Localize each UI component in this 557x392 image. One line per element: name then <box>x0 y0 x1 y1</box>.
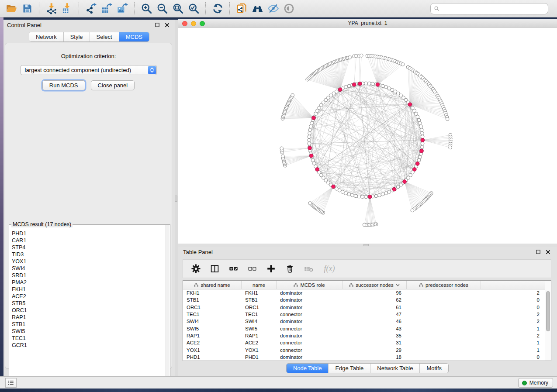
mcds-result-item[interactable]: YOX1 <box>12 258 166 265</box>
cell-successor[interactable]: 96 <box>343 290 407 296</box>
task-history-button[interactable] <box>5 378 17 388</box>
tab-mcds[interactable]: MCDS <box>119 32 149 41</box>
mcds-result-list[interactable]: PHD1CAR1STP4TID3YOX1SWI4SRD1PMA2FKH1ACE2… <box>10 227 166 385</box>
search-input[interactable] <box>430 3 548 14</box>
cell-shared_name[interactable]: SWI5 <box>183 326 242 331</box>
float-panel-icon[interactable] <box>155 22 160 28</box>
refresh-button[interactable] <box>210 2 225 16</box>
mcds-result-item[interactable]: GCR1 <box>12 342 166 349</box>
cell-predecessor[interactable]: 2 <box>407 319 545 324</box>
table-scrollbar-thumb[interactable] <box>546 291 550 331</box>
cell-name[interactable]: RAP1 <box>242 333 277 338</box>
table-row[interactable]: PHD1PHD1dominator180 <box>183 354 545 361</box>
mcds-result-item[interactable]: SRD1 <box>12 272 166 279</box>
tab-network-table[interactable]: Network Table <box>370 364 420 373</box>
cell-mcds_role[interactable]: dominator <box>277 333 343 338</box>
cell-predecessor[interactable]: 0 <box>407 354 545 360</box>
cell-mcds_role[interactable]: dominator <box>277 354 343 360</box>
close-window-icon[interactable] <box>182 21 187 26</box>
cell-predecessor[interactable]: 2 <box>407 333 545 338</box>
horizontal-splitter[interactable] <box>178 244 557 247</box>
cell-mcds_role[interactable]: dominator <box>277 305 343 310</box>
tab-style[interactable]: Style <box>64 32 90 41</box>
maximize-window-icon[interactable] <box>200 21 205 26</box>
show-graphics-button[interactable] <box>281 2 297 16</box>
cell-shared_name[interactable]: PHD1 <box>183 354 242 360</box>
table-row[interactable]: ACE2ACE2connector311 <box>183 339 545 346</box>
cell-shared_name[interactable]: TEC1 <box>183 312 242 317</box>
mcds-result-item[interactable]: RAP1 <box>12 314 166 321</box>
mcds-result-item[interactable]: SWI4 <box>12 265 166 272</box>
cell-name[interactable]: SWI5 <box>242 326 277 331</box>
cell-mcds_role[interactable]: dominator <box>277 319 343 324</box>
export-image-button[interactable] <box>114 2 130 16</box>
table-row[interactable]: SWI5SWI5connector431 <box>183 325 545 332</box>
cell-mcds_role[interactable]: connector <box>277 340 343 345</box>
cell-mcds_role[interactable]: connector <box>277 347 343 353</box>
mcds-result-item[interactable]: ACE2 <box>12 293 166 300</box>
cell-predecessor[interactable]: 2 <box>407 312 545 317</box>
tab-node-table[interactable]: Node Table <box>287 364 329 373</box>
criterion-dropdown[interactable]: largest connected component (undirected) <box>21 65 157 75</box>
mcds-result-item[interactable]: PHD1 <box>12 230 166 237</box>
mcds-result-scrollbar[interactable] <box>166 225 170 385</box>
delete-column-button[interactable] <box>284 264 295 274</box>
table-scrollbar[interactable] <box>545 281 551 361</box>
deselect-all-button[interactable] <box>247 264 257 274</box>
network-canvas[interactable] <box>178 28 557 244</box>
cell-name[interactable]: STB1 <box>242 297 277 303</box>
vertical-splitter[interactable] <box>175 20 178 376</box>
column-header-successor-nodes[interactable]: successor nodes <box>343 281 407 289</box>
column-header-name[interactable]: name <box>242 281 277 289</box>
cell-name[interactable]: SWI4 <box>242 319 277 324</box>
mcds-result-item[interactable]: FKH1 <box>12 286 166 293</box>
share-document-button[interactable] <box>234 2 249 16</box>
tab-select[interactable]: Select <box>90 32 119 41</box>
cell-name[interactable]: ORC1 <box>242 305 277 310</box>
cell-mcds_role[interactable]: connector <box>277 312 343 317</box>
cell-mcds_role[interactable]: connector <box>277 326 343 331</box>
cell-predecessor[interactable]: 1 <box>407 347 545 353</box>
cell-shared_name[interactable]: YOX1 <box>183 347 242 353</box>
cell-predecessor[interactable]: 2 <box>407 290 545 296</box>
hide-graphics-button[interactable] <box>265 2 281 16</box>
column-header-MCDS-role[interactable]: MCDS role <box>277 281 343 289</box>
open-session-button[interactable] <box>3 2 19 16</box>
cell-predecessor[interactable]: 1 <box>407 340 545 345</box>
cell-successor[interactable]: 47 <box>343 312 407 317</box>
cell-name[interactable]: FKH1 <box>242 290 277 296</box>
zoom-selected-button[interactable] <box>186 2 201 16</box>
export-network-button[interactable] <box>83 2 99 16</box>
chevron-down-icon[interactable] <box>396 284 400 286</box>
cell-successor[interactable]: 43 <box>343 326 407 331</box>
memory-button[interactable]: Memory <box>518 378 553 388</box>
import-network-button[interactable] <box>43 2 59 16</box>
tab-network[interactable]: Network <box>29 32 64 41</box>
cell-name[interactable]: YOX1 <box>242 347 277 353</box>
cell-shared_name[interactable]: STB1 <box>183 297 242 303</box>
zoom-fit-button[interactable] <box>170 2 186 16</box>
cell-predecessor[interactable]: 1 <box>407 326 545 331</box>
cell-name[interactable]: ACE2 <box>242 340 277 345</box>
table-row[interactable]: TEC1TEC1connector472 <box>183 311 545 318</box>
run-mcds-button[interactable]: Run MCDS <box>42 80 85 90</box>
float-table-panel-icon[interactable] <box>536 249 541 255</box>
table-row[interactable]: ORC1ORC1dominator610 <box>183 304 545 311</box>
mcds-result-item[interactable]: ORC1 <box>12 307 166 314</box>
zoom-out-button[interactable] <box>154 2 170 16</box>
cell-shared_name[interactable]: SWI4 <box>183 319 242 324</box>
cell-successor[interactable]: 29 <box>343 347 407 353</box>
cell-shared_name[interactable]: RAP1 <box>183 333 242 338</box>
mcds-result-item[interactable]: STP4 <box>12 244 166 251</box>
save-session-button[interactable] <box>19 2 35 16</box>
export-table-button[interactable] <box>99 2 114 16</box>
cell-predecessor[interactable]: 0 <box>407 297 545 303</box>
cell-successor[interactable]: 31 <box>343 340 407 345</box>
cell-predecessor[interactable]: 0 <box>407 305 545 310</box>
vertical-splitter-grip[interactable] <box>175 196 177 202</box>
cell-shared_name[interactable]: ACE2 <box>183 340 242 345</box>
tab-edge-table[interactable]: Edge Table <box>329 364 370 373</box>
table-row[interactable]: RAP1RAP1dominator352 <box>183 332 545 339</box>
minimize-window-icon[interactable] <box>191 21 196 26</box>
tab-motifs[interactable]: Motifs <box>420 364 448 373</box>
